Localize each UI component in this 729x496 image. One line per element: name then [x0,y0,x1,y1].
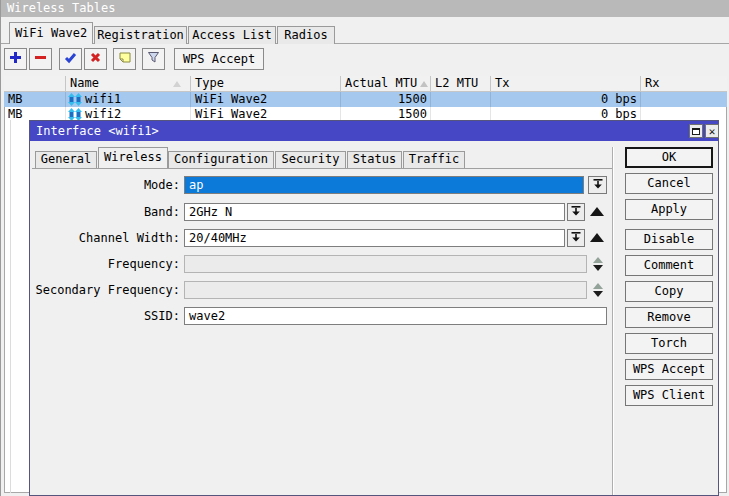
minus-icon [34,51,47,67]
dialog-titlebar[interactable]: Interface <wifi1> [30,121,718,141]
wps-accept-label: WPS Accept [183,49,255,69]
winbox-window: Wireless Tables WiFi Wave2 Registration … [0,0,729,496]
mode-combobox[interactable]: ap [184,176,584,194]
column-header-actual-mtu[interactable]: Actual MTU [341,76,431,92]
dialog-separator [612,147,613,495]
column-header-tx[interactable]: Tx [491,76,641,92]
tab-access-list[interactable]: Access List [188,26,276,44]
button-label: WPS Client [633,388,705,402]
mode-value: ap [189,178,203,192]
spin-up-icon [593,283,603,289]
table-row[interactable]: MB wifi1 WiFi Wave2 1500 0 bps [4,92,727,107]
button-label: Comment [644,258,695,272]
band-label: Band: [32,203,180,221]
spin-down-icon [593,265,603,271]
remove-button-dialog[interactable]: Remove [625,307,713,328]
band-dropdown-button[interactable] [567,203,585,221]
tab-radios[interactable]: Radios [277,26,335,44]
add-button[interactable] [4,48,27,70]
row-flags: MB [4,92,66,107]
button-label: OK [662,150,676,164]
copy-button[interactable]: Copy [625,281,713,302]
column-label: Tx [495,76,509,90]
dropdown-arrow-icon [570,205,582,220]
column-label: Name [70,76,99,90]
wps-accept-toolbar-button[interactable]: WPS Accept [174,48,264,70]
close-button[interactable]: ✕ [705,124,719,138]
filter-icon-button[interactable] [142,48,165,70]
tab-wifi-wave2[interactable]: WiFi Wave2 [9,22,93,44]
dialog-tab-strip-line [32,168,614,169]
remove-button[interactable] [29,48,52,70]
column-header-l2-mtu[interactable]: L2 MTU [431,76,491,92]
funnel-icon [147,51,160,67]
wifi-interface-icon [68,93,82,107]
tab-label: Radios [284,28,327,42]
tab-configuration[interactable]: Configuration [168,151,274,168]
torch-button[interactable]: Torch [625,333,713,354]
spin-down-icon [593,291,603,297]
disable-button[interactable] [84,48,107,70]
ssid-value: wave2 [189,309,225,323]
tab-label: Security [282,152,340,166]
enable-button[interactable] [59,48,82,70]
spin-up-icon [593,257,603,263]
frequency-spinner[interactable] [591,255,605,273]
dropdown-arrow-icon [570,231,582,246]
button-label: Apply [651,202,687,216]
tab-label: Registration [97,28,184,42]
up-arrow-icon [590,207,604,216]
apply-button[interactable]: Apply [625,199,713,220]
tab-label: Access List [192,28,271,42]
secondary-frequency-spinner[interactable] [591,281,605,299]
tab-label: Traffic [409,152,460,166]
tab-registration[interactable]: Registration [94,26,187,44]
wps-accept-button[interactable]: WPS Accept [625,359,713,380]
channel-width-value: 20/40MHz [189,231,247,245]
maximize-button[interactable] [689,124,703,138]
cancel-button[interactable]: Cancel [625,173,713,194]
row-name: wifi2 [85,107,121,121]
tab-traffic[interactable]: Traffic [403,151,465,168]
disable-button-dialog[interactable]: Disable [625,229,713,250]
tab-security[interactable]: Security [275,151,346,168]
sort-arrow-icon [173,81,181,87]
up-arrow-icon [590,233,604,242]
tab-label: Configuration [174,152,268,166]
row-tx: 0 bps [491,92,641,107]
row-name-cell: wifi1 [66,92,191,107]
mode-dropdown-button[interactable] [588,176,607,194]
column-label: Actual MTU [345,76,417,90]
ssid-input[interactable]: wave2 [184,307,607,325]
button-label: Remove [647,310,690,324]
tab-general[interactable]: General [35,151,97,168]
secondary-frequency-input[interactable] [184,281,587,299]
ok-button[interactable]: OK [625,147,713,168]
column-header-type[interactable]: Type [191,76,341,92]
row-l2-mtu [431,92,491,107]
channel-width-combobox[interactable]: 20/40MHz [184,229,565,247]
band-combobox[interactable]: 2GHz N [184,203,565,221]
column-header-rx[interactable]: Rx [641,76,727,92]
window-titlebar[interactable]: Wireless Tables [1,0,729,17]
mode-label: Mode: [32,176,180,194]
ssid-label: SSID: [32,307,180,325]
tab-status[interactable]: Status [347,151,402,168]
comment-button-dialog[interactable]: Comment [625,255,713,276]
frequency-input[interactable] [184,255,587,273]
button-label: Disable [644,232,695,246]
secondary-frequency-label: Secondary Frequency: [32,281,180,299]
band-collapse-button[interactable] [590,207,604,216]
channel-width-collapse-button[interactable] [590,233,604,242]
channel-width-label: Channel Width: [32,229,180,247]
channel-width-dropdown-button[interactable] [567,229,585,247]
row-type: WiFi Wave2 [191,92,341,107]
table-left-divider [10,120,11,493]
tab-label: Status [353,152,396,166]
comment-button[interactable] [113,48,136,70]
tab-label: WiFi Wave2 [15,26,87,40]
wps-client-button[interactable]: WPS Client [625,385,713,406]
maximize-icon [692,128,700,135]
tab-wireless[interactable]: Wireless [98,147,168,168]
column-header-flags[interactable] [4,76,66,92]
